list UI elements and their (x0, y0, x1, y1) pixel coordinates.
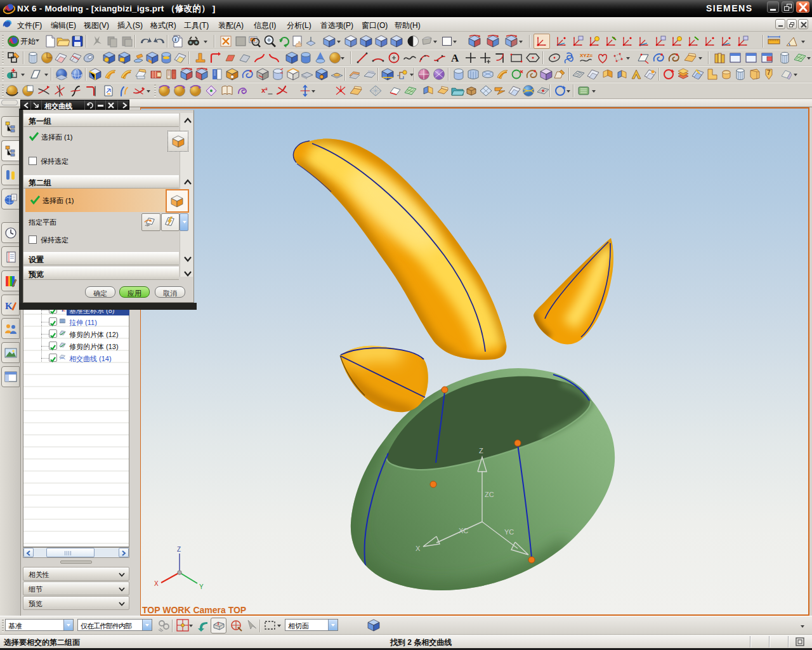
svg-text:YC: YC (504, 528, 514, 536)
svg-text:A: A (451, 52, 459, 64)
svg-text:i: i (175, 37, 176, 43)
svg-text:XYZ=: XYZ= (580, 53, 593, 58)
svg-text:x²: x² (261, 86, 268, 94)
svg-text:Y: Y (199, 583, 204, 590)
svg-text:Z: Z (177, 546, 181, 553)
svg-text:X: X (416, 545, 421, 552)
svg-text:Z: Z (479, 447, 483, 454)
svg-text:X: X (154, 580, 159, 587)
svg-text:TOP WORK Camera TOP: TOP WORK Camera TOP (142, 605, 246, 614)
svg-text:XC: XC (459, 527, 468, 534)
svg-text:ZC: ZC (485, 491, 494, 498)
svg-text:7: 7 (767, 69, 771, 76)
